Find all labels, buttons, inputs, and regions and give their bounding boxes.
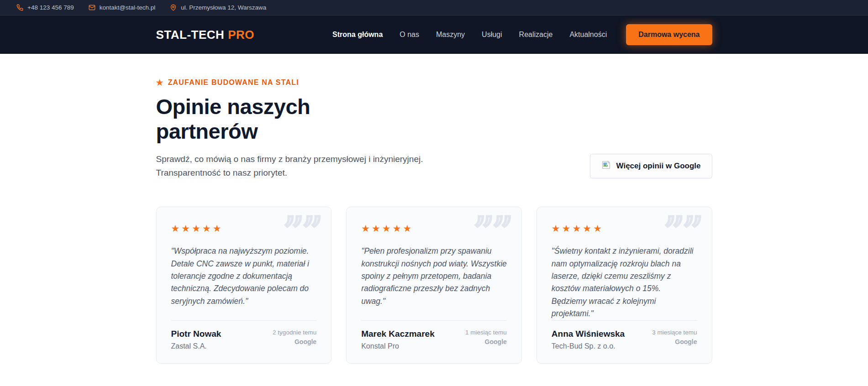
free-quote-button[interactable]: Darmowa wycena <box>626 24 712 45</box>
google-button-label: Więcej opinii w Google <box>616 162 701 171</box>
phone-icon <box>16 4 23 11</box>
phone-number: +48 123 456 789 <box>27 4 74 11</box>
reviewer-name: Marek Kaczmarek <box>361 329 435 339</box>
quote-icon: ”” <box>283 212 320 254</box>
top-contact-bar: +48 123 456 789 kontakt@stal-tech.pl ul.… <box>0 0 868 16</box>
page-title: Opinie naszych partnerów <box>156 94 375 143</box>
review-footer: Marek Kaczmarek Konstal Pro 1 miesiąc te… <box>361 320 507 363</box>
reviewer-company: Konstal Pro <box>361 342 435 350</box>
eyebrow-text: ZAUFANIE BUDOWANE NA STALI <box>168 78 299 87</box>
nav-links: Strona główna O nas Maszyny Usługi Reali… <box>332 31 607 39</box>
review-time: 1 miesiąc temu <box>465 329 507 336</box>
review-card: ”” ★★★★★ "Współpraca na najwyższym pozio… <box>156 207 332 364</box>
quote-icon: ”” <box>473 212 510 254</box>
map-pin-icon <box>170 4 177 11</box>
star-icon: ★ <box>156 78 163 88</box>
nav-item-aktualnosci[interactable]: Aktualności <box>569 31 607 39</box>
nav-item-realizacje[interactable]: Realizacje <box>519 31 553 39</box>
section-eyebrow: ★ ZAUFANIE BUDOWANE NA STALI <box>156 78 712 88</box>
broken-image-icon <box>601 160 611 172</box>
subtitle-line-1: Sprawdź, co mówią o nas firmy z branży p… <box>156 152 423 166</box>
nav-item-maszyny[interactable]: Maszyny <box>436 31 465 39</box>
review-source: Google <box>465 338 507 345</box>
phone-link[interactable]: +48 123 456 789 <box>16 4 74 11</box>
main-navbar: STAL-TECH PRO Strona główna O nas Maszyn… <box>0 16 868 54</box>
review-footer: Piotr Nowak Zastal S.A. 2 tygodnie temu … <box>171 320 317 363</box>
quote-icon: ”” <box>663 212 700 254</box>
nav-item-uslugi[interactable]: Usługi <box>482 31 502 39</box>
subtitle-line-2: Transparentność to nasz priorytet. <box>156 166 423 179</box>
review-footer: Anna Wiśniewska Tech-Bud Sp. z o.o. 3 mi… <box>552 320 697 363</box>
envelope-icon <box>89 4 95 11</box>
reviewer-name: Piotr Nowak <box>171 329 221 339</box>
review-card: ”” ★★★★★ "Pełen profesjonalizm przy spaw… <box>346 207 522 364</box>
review-source: Google <box>652 338 697 345</box>
email-link[interactable]: kontakt@stal-tech.pl <box>89 4 156 11</box>
review-time: 2 tygodnie temu <box>273 329 316 336</box>
review-time: 3 miesiące temu <box>652 329 697 336</box>
logo-text-main: STAL-TECH <box>156 28 225 42</box>
address-item: ul. Przemysłowa 12, Warszawa <box>170 4 266 11</box>
more-google-reviews-button[interactable]: Więcej opinii w Google <box>590 154 712 178</box>
reviewer-name: Anna Wiśniewska <box>552 329 625 339</box>
reviews-section: ★ ZAUFANIE BUDOWANE NA STALI Opinie nasz… <box>156 54 712 364</box>
review-card: ”” ★★★★★ "Świetny kontakt z inżynierami,… <box>537 207 712 364</box>
reviewer-company: Zastal S.A. <box>171 342 221 350</box>
email-address: kontakt@stal-tech.pl <box>100 4 156 11</box>
section-subtitle: Sprawdź, co mówią o nas firmy z branży p… <box>156 152 423 179</box>
address-text: ul. Przemysłowa 12, Warszawa <box>181 4 266 11</box>
reviewer-company: Tech-Bud Sp. z o.o. <box>552 342 625 350</box>
nav-item-strona-glowna[interactable]: Strona główna <box>332 31 383 39</box>
review-cards: ”” ★★★★★ "Współpraca na najwyższym pozio… <box>156 207 712 364</box>
logo[interactable]: STAL-TECH PRO <box>156 28 254 42</box>
review-source: Google <box>273 338 316 345</box>
nav-item-o-nas[interactable]: O nas <box>400 31 419 39</box>
logo-text-pro: PRO <box>228 28 254 42</box>
